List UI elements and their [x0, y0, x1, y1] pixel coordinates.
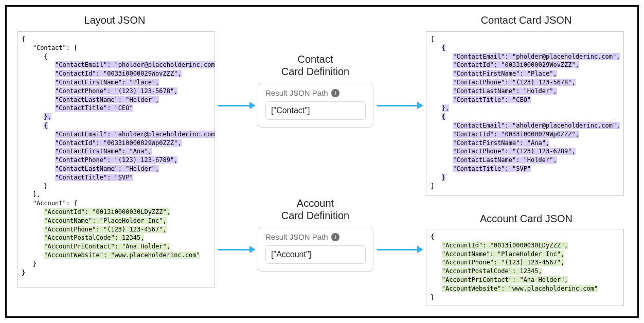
code-line: "ContactId": "0033i0000029Wp0ZZZ", [22, 139, 210, 148]
code-line: ] [431, 182, 619, 191]
code-line: "AccountPostalCode": 12345, [431, 267, 619, 276]
code-line: "AccountName": "PlaceHolder Inc", [431, 250, 619, 259]
code-line: } [22, 260, 210, 268]
code-line: "ContactEmail": "aholder@placeholderinc.… [22, 130, 210, 139]
code-line: "AccountWebsite": "www.placeholderinc.co… [431, 284, 619, 293]
code-line: "ContactTitle": "SVP" [22, 173, 210, 182]
code-line: } [431, 293, 619, 302]
code-line: "ContactPhone": "(123) 123-6789", [22, 156, 210, 165]
code-line: { [22, 35, 210, 44]
code-line: "ContactFirstName": "Place", [22, 78, 210, 87]
code-line: "AccountPhone": "(123) 123-4567", [22, 225, 210, 234]
account-def-title: Account Card Definition [264, 197, 367, 222]
code-line: "ContactTitle": "SVP" [431, 165, 619, 173]
code-line: { [22, 121, 210, 130]
code-line: "ContactFirstName": "Ana", [431, 139, 619, 148]
code-line: "ContactId": "0033i0000029WovZZZ", [22, 69, 210, 78]
code-line: "ContactLastName": "Holder", [22, 165, 210, 173]
code-line: "Account": { [22, 199, 210, 208]
contact-card-json-title: Contact Card JSON [459, 14, 593, 26]
code-line: } [431, 173, 619, 182]
code-line: "ContactPhone": "(123) 123-5678", [431, 78, 619, 87]
account-card-json-box: { "AccountId": "0013i0000030LDyZZZ", "Ac… [426, 229, 624, 306]
code-line: "ContactPhone": "(123) 123-6789", [431, 147, 619, 156]
code-line: "ContactLastName": "Holder", [431, 87, 619, 96]
code-line: "ContactFirstName": "Ana", [22, 147, 210, 156]
code-line: "AccountPriContact": "Ana Holder", [22, 242, 210, 251]
code-line: "AccountPhone": "(123) 123-4567", [431, 258, 619, 267]
layout-json-title: Layout JSON [63, 14, 166, 26]
code-line: "ContactLastName": "Holder", [431, 156, 619, 165]
code-line: } [22, 182, 210, 191]
account-definition-card: Result JSON Path i ["Account"] [258, 227, 373, 272]
code-line: "ContactFirstName": "Place", [431, 69, 619, 78]
code-line: "Contact": [ [22, 44, 210, 52]
result-json-path-text: Result JSON Path [265, 88, 328, 97]
code-line: { [22, 52, 210, 61]
code-line: "AccountPostalCode": 12345, [22, 234, 210, 242]
code-line: "ContactEmail": "pholder@placeholderinc.… [22, 61, 210, 69]
code-line: "ContactLastName": "Holder", [22, 96, 210, 104]
code-line: { [431, 232, 619, 241]
result-json-path-label: Result JSON Path i [265, 232, 366, 241]
contact-definition-card: Result JSON Path i ["Contact"] [258, 83, 373, 128]
code-line: }, [22, 113, 210, 121]
code-line: { [431, 44, 619, 52]
code-line: "ContactTitle": "CEO" [22, 104, 210, 113]
info-icon[interactable]: i [331, 89, 339, 97]
code-line: "AccountId": "0013i0000030LDyZZZ", [22, 208, 210, 217]
code-line: "ContactTitle": "CEO" [431, 96, 619, 104]
code-line: "AccountPriContact": "Ana Holder", [431, 276, 619, 284]
code-line: { [431, 113, 619, 121]
info-icon[interactable]: i [331, 233, 339, 241]
code-line: "ContactId": "0033i0000029WovZZZ", [431, 61, 619, 69]
code-line: }, [431, 104, 619, 113]
code-line: "AccountName": "PlaceHolder Inc", [22, 217, 210, 225]
code-line: "ContactId": "0033i0000029Wp0ZZZ", [431, 130, 619, 139]
result-json-path-text: Result JSON Path [265, 232, 328, 241]
contact-def-title: Contact Card Definition [264, 53, 367, 78]
contact-card-json-box: [ { "ContactEmail": "pholder@placeholder… [426, 31, 624, 196]
contact-path-input[interactable]: ["Contact"] [265, 101, 366, 120]
code-line: "ContactEmail": "pholder@placeholderinc.… [431, 52, 619, 61]
code-line: "AccountId": "0013i0000030LDyZZZ", [431, 241, 619, 250]
code-line: "ContactEmail": "aholder@placeholderinc.… [431, 121, 619, 130]
code-line: "ContactPhone": "(123) 123-5678", [22, 87, 210, 96]
code-line: "AccountWebsite": "www.placeholderinc.co… [22, 251, 210, 260]
account-card-json-title: Account Card JSON [459, 212, 593, 225]
layout-json-box: { "Contact": [ { "ContactEmail": "pholde… [17, 31, 215, 288]
code-line: [ [431, 35, 619, 44]
account-path-input[interactable]: ["Account"] [265, 245, 366, 264]
code-line: ], [22, 190, 210, 199]
result-json-path-label: Result JSON Path i [265, 88, 366, 97]
diagram-frame: Layout JSON Contact Card Definition Acco… [5, 5, 639, 318]
code-line: } [22, 268, 210, 277]
